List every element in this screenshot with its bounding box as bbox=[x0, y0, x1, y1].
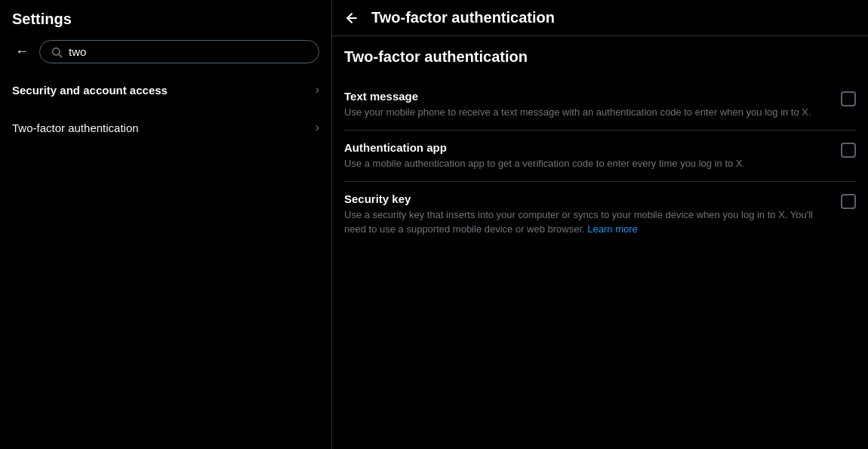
panel-body: Two-factor authentication Text message U… bbox=[332, 36, 868, 259]
option-content-authentication-app: Authentication app Use a mobile authenti… bbox=[344, 141, 829, 171]
option-title-authentication-app: Authentication app bbox=[344, 141, 829, 154]
search-icon bbox=[51, 46, 63, 58]
option-row-text-message: Text message Use your mobile phone to re… bbox=[344, 79, 856, 131]
option-desc-security-key: Use a security key that inserts into you… bbox=[344, 208, 829, 235]
option-desc-authentication-app: Use a mobile authentication app to get a… bbox=[344, 157, 829, 171]
checkbox-authentication-app[interactable] bbox=[841, 143, 856, 158]
checkbox-security-key[interactable] bbox=[841, 194, 856, 209]
search-input[interactable] bbox=[69, 45, 308, 58]
chevron-right-icon: › bbox=[315, 121, 319, 134]
search-wrapper bbox=[39, 40, 319, 63]
section-title: Two-factor authentication bbox=[344, 48, 856, 66]
option-content-text-message: Text message Use your mobile phone to re… bbox=[344, 90, 829, 119]
option-desc-text-message: Use your mobile phone to receive a text … bbox=[344, 106, 829, 119]
option-content-security-key: Security key Use a security key that ins… bbox=[344, 192, 829, 235]
learn-more-link[interactable]: Learn more bbox=[587, 223, 637, 235]
sidebar-header: Settings bbox=[0, 0, 331, 35]
option-title-text-message: Text message bbox=[344, 90, 829, 103]
option-row-authentication-app: Authentication app Use a mobile authenti… bbox=[344, 131, 856, 182]
sidebar: Settings ← Security and account access ›… bbox=[0, 0, 332, 449]
option-title-security-key: Security key bbox=[344, 192, 829, 205]
back-arrow-icon: ← bbox=[15, 44, 29, 60]
checkbox-text-message[interactable] bbox=[841, 91, 856, 106]
security-key-desc-text: Use a security key that inserts into you… bbox=[344, 209, 813, 234]
search-bar-row: ← bbox=[0, 35, 331, 71]
panel-header-title: Two-factor authentication bbox=[371, 9, 555, 26]
sidebar-item-label: Security and account access bbox=[12, 84, 168, 97]
chevron-right-icon: › bbox=[315, 83, 319, 97]
option-row-security-key: Security key Use a security key that ins… bbox=[344, 182, 856, 246]
sidebar-item-two-factor-authentication[interactable]: Two-factor authentication › bbox=[0, 109, 331, 146]
main-panel: Two-factor authentication Two-factor aut… bbox=[332, 0, 868, 449]
sidebar-back-button[interactable]: ← bbox=[12, 41, 32, 63]
sidebar-item-label: Two-factor authentication bbox=[12, 121, 139, 134]
checkbox-wrapper-text-message bbox=[841, 91, 856, 106]
checkbox-wrapper-security-key bbox=[841, 194, 856, 209]
panel-back-button[interactable] bbox=[344, 11, 359, 26]
settings-title: Settings bbox=[12, 11, 72, 28]
checkbox-wrapper-authentication-app bbox=[841, 143, 856, 158]
sidebar-item-security-and-account-access[interactable]: Security and account access › bbox=[0, 71, 331, 109]
panel-header: Two-factor authentication bbox=[332, 0, 868, 36]
back-arrow-icon bbox=[344, 11, 359, 26]
svg-line-1 bbox=[59, 54, 62, 57]
